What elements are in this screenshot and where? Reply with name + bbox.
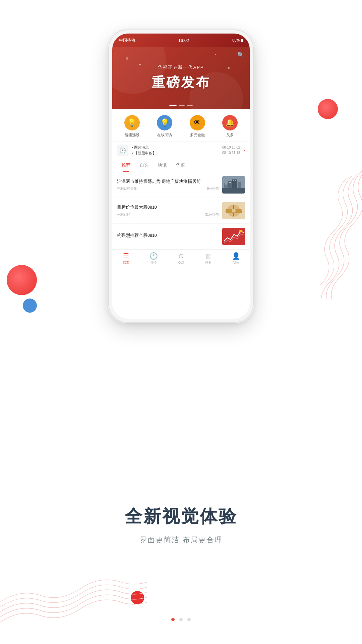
- search-button[interactable]: 🔍: [236, 50, 246, 60]
- tab-huafu[interactable]: 华福: [171, 159, 189, 172]
- nav-label-finance: 理财: [205, 261, 212, 265]
- news-thumb-2: ↑: [222, 228, 245, 245]
- bottom-nav: ☰ 探索 🕐 行情 ⊙ 交易 ▦ 理财 👤 我的: [112, 250, 250, 266]
- svg-rect-8: [229, 182, 230, 183]
- nav-item-mine[interactable]: 👤 我的: [222, 252, 250, 265]
- banner-dot-2: [179, 105, 185, 106]
- ticker-time-1: 08-10 11:18: [222, 150, 240, 156]
- news-source-1: 开利财经: [117, 212, 130, 217]
- news-content-0: 沪深两市维持震荡走势 房地产板块涨幅居前 开利财经采集 9分钟前: [117, 178, 219, 191]
- bottom-subtitle: 界面更简洁 布局更合理: [139, 535, 223, 545]
- battery-area: 85% ▮: [232, 38, 243, 43]
- nav-icon-trade: ⊙: [178, 252, 184, 260]
- nav-item-market[interactable]: 🕐 行情: [140, 252, 167, 265]
- svg-rect-6: [225, 183, 226, 184]
- quick-item-2[interactable]: 👁 多元金融: [190, 115, 205, 138]
- news-content-1: 目标价位最大股0810 开利财经 31分钟前: [117, 204, 219, 217]
- banner-deco-dot4: [228, 67, 230, 69]
- tab-kuaixun[interactable]: 快讯: [153, 159, 171, 172]
- nav-icon-market: 🕐: [149, 252, 158, 260]
- ticker-time-0: 08-10 15:02: [222, 145, 240, 150]
- news-title-2: 构强烈推荐个股0810: [117, 232, 219, 239]
- quick-label-2: 多元金融: [190, 132, 205, 138]
- deco-circle-red-top: [318, 99, 338, 119]
- quick-icon-huifang: 💡: [157, 115, 172, 130]
- nav-icon-explore: ☰: [123, 252, 129, 260]
- quick-item-3[interactable]: 🔔 头条: [222, 115, 238, 138]
- banner-dots: [169, 105, 193, 106]
- nav-icon-finance: ▦: [205, 252, 212, 260]
- content-tabs: 推荐 自选 快讯 华福: [112, 159, 250, 172]
- bottom-title: 全新视觉体验: [125, 505, 237, 528]
- hero-subtitle: 华福证券新一代APP: [158, 64, 204, 70]
- nav-label-market: 行情: [150, 261, 157, 265]
- news-list: 沪深两市维持震荡走势 房地产板块涨幅居前 开利财经采集 9分钟前: [112, 172, 250, 250]
- page-dot-1[interactable]: [171, 618, 175, 621]
- banner-deco-dot1: [126, 57, 128, 60]
- svg-rect-5: [222, 188, 245, 194]
- news-thumb-0: [222, 176, 245, 194]
- banner-dot-1: [169, 105, 177, 106]
- page-dot-3[interactable]: [187, 618, 191, 621]
- battery-percent: 85%: [232, 38, 240, 42]
- news-ticker: 🕐 • 图片消息 08-10 15:02 • 【新股申购】 08-10 11:1…: [112, 142, 250, 159]
- nav-item-trade[interactable]: ⊙ 交易: [167, 252, 195, 265]
- news-meta-0: 开利财经采集 9分钟前: [117, 186, 219, 191]
- hero-title: 重磅发布: [152, 73, 210, 92]
- hero-banner: 🔍 华福证券新一代APP 重磅发布: [112, 47, 250, 109]
- svg-text:↑: ↑: [241, 230, 242, 233]
- nav-item-explore[interactable]: ☰ 探索: [112, 252, 140, 265]
- news-item-1[interactable]: 目标价位最大股0810 开利财经 31分钟前: [112, 198, 250, 224]
- bottom-section: 全新视觉体验 界面更简洁 布局更合理: [0, 426, 362, 644]
- tab-zixuan[interactable]: 自选: [135, 159, 153, 172]
- deco-wave-lines-right: [308, 164, 362, 299]
- news-item-0[interactable]: 沪深两市维持震荡走势 房地产板块涨幅居前 开利财经采集 9分钟前: [112, 172, 250, 198]
- time-label: 16:02: [178, 38, 189, 43]
- news-thumb-1: [222, 202, 245, 219]
- quick-label-3: 头条: [226, 132, 234, 138]
- svg-rect-10: [233, 180, 234, 181]
- quick-item-1[interactable]: 💡 在线回访: [157, 115, 172, 138]
- page-dot-2[interactable]: [179, 618, 183, 621]
- nav-icon-mine: 👤: [232, 252, 240, 260]
- phone-mockup: 中国移动 16:02 85% ▮ 🔍 华福证券新一代APP 重磅发布: [109, 30, 253, 322]
- quick-icon-toutiao: 🔔: [222, 115, 238, 130]
- nav-label-trade: 交易: [178, 261, 184, 265]
- svg-rect-11: [235, 180, 236, 181]
- page-dots: [171, 618, 191, 621]
- banner-deco-dot2: [139, 64, 141, 65]
- ticker-text-1: • 【新股申购】: [132, 150, 156, 156]
- ticker-arrow: ›: [243, 148, 245, 153]
- news-title-1: 目标价位最大股0810: [117, 204, 219, 211]
- carrier-label: 中国移动: [119, 38, 135, 43]
- news-content-2: 构强烈推荐个股0810: [117, 232, 219, 240]
- deco-circle-blue-left: [23, 299, 37, 313]
- banner-deco-dot3: [215, 54, 216, 55]
- quick-label-1: 在线回访: [157, 132, 172, 138]
- tab-tuijian[interactable]: 推荐: [117, 159, 135, 172]
- thumb-finance: [222, 202, 245, 219]
- svg-rect-7: [226, 183, 227, 184]
- news-item-2[interactable]: 构强烈推荐个股0810: [112, 224, 250, 250]
- phone-screen: 中国移动 16:02 85% ▮ 🔍 华福证券新一代APP 重磅发布: [112, 34, 250, 319]
- quick-icon-zhenggu: 💡: [124, 115, 140, 130]
- nav-item-finance[interactable]: ▦ 理财: [195, 252, 222, 265]
- ticker-icon: 🕐: [117, 145, 128, 156]
- ticker-item-0: • 图片消息 08-10 15:02: [132, 145, 240, 150]
- battery-icon: ▮: [241, 38, 243, 43]
- quick-item-0[interactable]: 💡 智能选股: [124, 115, 140, 138]
- quick-label-0: 智能选股: [125, 132, 139, 138]
- news-source-0: 开利财经采集: [117, 186, 137, 191]
- deco-circle-red-left: [7, 265, 37, 295]
- news-title-0: 沪深两市维持震荡走势 房地产板块涨幅居前: [117, 178, 219, 185]
- status-bar: 中国移动 16:02 85% ▮: [112, 34, 250, 47]
- phone-shell: 中国移动 16:02 85% ▮ 🔍 华福证券新一代APP 重磅发布: [109, 30, 253, 322]
- ticker-text-0: • 图片消息: [132, 145, 149, 150]
- news-time-0: 9分钟前: [207, 186, 219, 191]
- news-meta-1: 开利财经 31分钟前: [117, 212, 219, 217]
- quick-menu: 💡 智能选股 💡 在线回访 👁 多元金融 🔔 头条: [112, 109, 250, 142]
- quick-icon-duoyuan: 👁: [190, 115, 205, 130]
- svg-rect-9: [230, 182, 231, 183]
- ticker-content: • 图片消息 08-10 15:02 • 【新股申购】 08-10 11:18: [132, 145, 240, 156]
- thumb-buildings: [222, 176, 245, 194]
